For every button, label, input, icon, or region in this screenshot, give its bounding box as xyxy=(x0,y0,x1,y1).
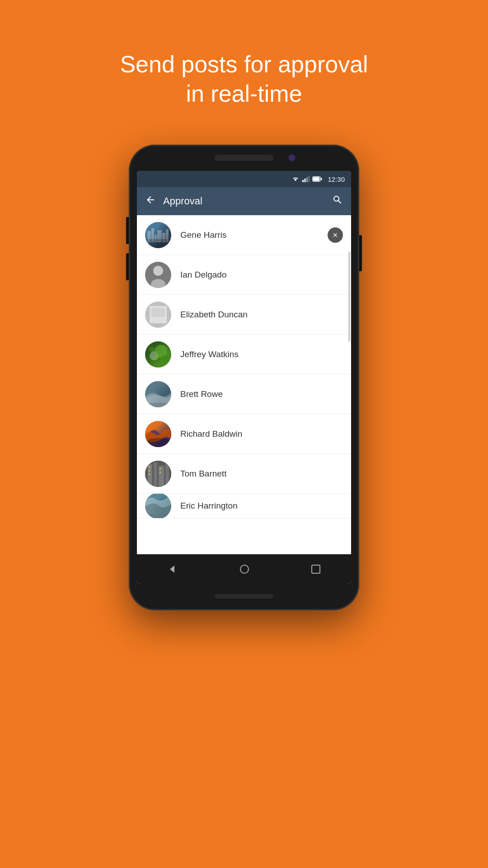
phone-camera xyxy=(288,154,296,162)
svg-rect-1 xyxy=(305,179,306,182)
avatar-jeffrey xyxy=(145,341,171,368)
svg-rect-22 xyxy=(145,403,171,407)
phone-shell: 12:30 Approval xyxy=(129,145,359,610)
contact-name-tom: Tom Barnett xyxy=(180,469,343,479)
contact-name-eric: Eric Harrington xyxy=(180,501,343,511)
volume-button-up xyxy=(126,217,129,244)
contact-item-gene[interactable]: Gene Harris xyxy=(137,215,351,255)
contact-item-elizabeth[interactable]: Elizabeth Duncan xyxy=(137,295,351,335)
status-time: 12:30 xyxy=(328,175,345,183)
remove-button-gene[interactable] xyxy=(328,227,343,243)
svg-point-23 xyxy=(145,438,171,447)
svg-rect-0 xyxy=(302,180,304,182)
svg-marker-34 xyxy=(170,566,174,573)
svg-rect-29 xyxy=(149,466,150,468)
svg-point-15 xyxy=(151,279,165,288)
nav-back-button[interactable] xyxy=(167,564,178,575)
svg-rect-30 xyxy=(149,470,150,472)
headline: Send posts for approval in real-time xyxy=(120,50,368,108)
search-button[interactable] xyxy=(332,194,343,208)
contact-name-richard: Richard Baldwin xyxy=(180,429,343,439)
svg-rect-31 xyxy=(149,473,150,475)
wifi-icon xyxy=(291,176,300,182)
avatar-eric xyxy=(145,494,171,519)
svg-point-14 xyxy=(153,266,163,276)
avatar-ian xyxy=(145,262,171,288)
svg-rect-5 xyxy=(321,178,322,180)
contact-item-brett[interactable]: Brett Rowe xyxy=(137,374,351,414)
avatar-richard xyxy=(145,421,171,447)
phone-mockup: 12:30 Approval xyxy=(129,145,359,610)
svg-rect-13 xyxy=(145,239,171,248)
power-button xyxy=(359,235,362,271)
contact-name-ian: Ian Delgado xyxy=(180,270,343,280)
status-icons: 12:30 xyxy=(291,175,345,183)
scrollbar[interactable] xyxy=(348,251,350,342)
avatar-gene xyxy=(145,222,171,248)
svg-rect-36 xyxy=(312,565,320,573)
contact-name-elizabeth: Elizabeth Duncan xyxy=(180,310,343,320)
nav-recents-button[interactable] xyxy=(311,564,321,574)
contact-name-jeffrey: Jeffrey Watkins xyxy=(180,349,343,359)
app-bar: Approval xyxy=(137,187,351,215)
volume-button-down xyxy=(126,253,129,280)
svg-rect-33 xyxy=(160,472,161,473)
avatar-elizabeth xyxy=(145,302,171,328)
contact-item-eric[interactable]: Eric Harrington xyxy=(137,494,351,519)
phone-screen: 12:30 Approval xyxy=(137,171,351,584)
svg-rect-2 xyxy=(306,177,308,182)
battery-icon xyxy=(312,176,322,182)
svg-rect-26 xyxy=(154,462,157,487)
svg-rect-6 xyxy=(313,177,320,181)
contact-item-richard[interactable]: Richard Baldwin xyxy=(137,414,351,454)
signal-icon xyxy=(302,176,310,182)
contact-name-gene: Gene Harris xyxy=(180,230,328,240)
status-bar: 12:30 xyxy=(137,171,351,187)
phone-speaker xyxy=(215,155,273,161)
phone-bottom-bar xyxy=(215,594,273,599)
nav-home-button[interactable] xyxy=(239,564,250,575)
svg-point-35 xyxy=(240,565,249,573)
headline-text: Send posts for approval in real-time xyxy=(120,50,368,108)
svg-point-20 xyxy=(160,355,168,362)
svg-rect-27 xyxy=(159,466,164,487)
contact-item-jeffrey[interactable]: Jeffrey Watkins xyxy=(137,335,351,374)
nav-bar xyxy=(137,554,351,584)
contact-list: Gene Harris Ian Delgado xyxy=(137,215,351,554)
contact-item-tom[interactable]: Tom Barnett xyxy=(137,454,351,494)
contact-item-ian[interactable]: Ian Delgado xyxy=(137,255,351,295)
back-button[interactable] xyxy=(145,194,156,208)
svg-rect-28 xyxy=(165,463,169,487)
avatar-tom xyxy=(145,461,171,487)
avatar-brett xyxy=(145,381,171,407)
contact-name-brett: Brett Rowe xyxy=(180,389,343,399)
svg-rect-3 xyxy=(309,176,310,182)
svg-rect-17 xyxy=(151,308,165,317)
svg-rect-32 xyxy=(160,468,161,470)
app-bar-title: Approval xyxy=(163,195,332,207)
svg-point-21 xyxy=(149,347,155,352)
